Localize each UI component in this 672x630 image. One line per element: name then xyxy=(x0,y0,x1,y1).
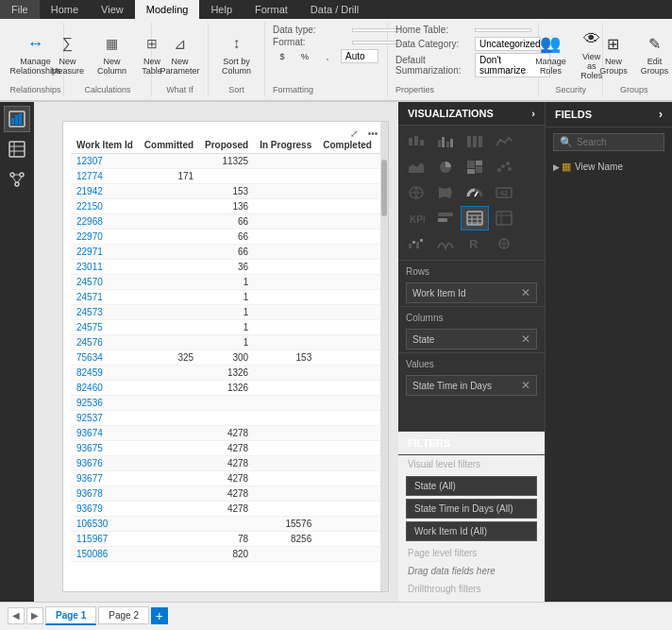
fields-search-input[interactable] xyxy=(577,137,658,147)
percent-button[interactable]: % xyxy=(295,50,314,63)
table-scrollbar[interactable] xyxy=(380,122,388,591)
viz-filled-map-icon[interactable] xyxy=(431,180,460,205)
fields-tree-item-view-name[interactable]: ▶ ▦ View Name xyxy=(546,157,672,177)
table-cell-7-4 xyxy=(317,260,378,275)
viz-table-icon[interactable] xyxy=(461,206,489,230)
comma-button[interactable]: , xyxy=(318,50,337,63)
table-cell-13-0: 75634 xyxy=(71,350,139,366)
viz-stacked-bar-icon[interactable] xyxy=(402,129,430,154)
rows-field-label: Work Item Id xyxy=(412,288,466,298)
viz-scatter-icon[interactable] xyxy=(490,155,518,179)
page-tab-1[interactable]: Page 1 xyxy=(45,606,96,625)
table-cell-12-3 xyxy=(254,335,317,350)
table-cell-20-0: 93676 xyxy=(71,456,139,471)
scrollbar-thumb[interactable] xyxy=(381,160,387,216)
filter-state-time-pill[interactable]: State Time in Days (All) xyxy=(406,499,537,519)
edit-groups-label: EditGroups xyxy=(641,57,669,76)
viz-pie-icon[interactable] xyxy=(431,155,460,179)
svg-line-13 xyxy=(18,177,22,182)
new-groups-button[interactable]: ⊞ NewGroups xyxy=(595,29,632,78)
table-cell-9-2: 1 xyxy=(199,290,254,305)
canvas-area[interactable]: ⤢ ••• Work Item Id Committed Proposed In… xyxy=(34,102,398,602)
table-cell-18-0: 93674 xyxy=(71,426,139,441)
new-column-button[interactable]: ▦ NewColumn xyxy=(92,29,131,78)
model-view-icon[interactable] xyxy=(4,166,30,193)
svg-rect-17 xyxy=(438,140,441,147)
table-row: 1065301557647586 xyxy=(71,517,380,532)
tab-home[interactable]: Home xyxy=(40,0,90,19)
table-cell-26-2: 820 xyxy=(199,547,254,562)
table-cell-23-2: 4278 xyxy=(199,502,254,517)
edit-groups-button[interactable]: ✎ EditGroups xyxy=(636,29,672,78)
viz-area-icon[interactable] xyxy=(402,155,430,179)
table-row: 2297066 xyxy=(71,230,380,245)
filter-state-pill[interactable]: State (All) xyxy=(406,476,537,496)
viz-gauge-icon[interactable] xyxy=(461,180,489,205)
page-tab-next-icon[interactable]: ▶ xyxy=(26,607,43,624)
viz-custom1-icon[interactable] xyxy=(490,231,518,256)
add-page-button[interactable]: + xyxy=(151,607,168,624)
svg-point-32 xyxy=(506,162,510,165)
sort-by-column-button[interactable]: ↕ Sort byColumn xyxy=(217,29,256,78)
table-cell-5-3 xyxy=(254,230,317,245)
viz-clustered-bar-icon[interactable] xyxy=(431,129,460,154)
viz-kpi-icon[interactable]: KPI xyxy=(402,206,430,230)
auto-dropdown[interactable]: Auto xyxy=(341,49,378,63)
fields-search-box[interactable]: 🔍 xyxy=(553,133,664,151)
table-cell-14-2: 1326 xyxy=(199,366,254,381)
drag-drillthrough-label: Drag drillthrough fields here xyxy=(398,598,545,603)
table-cell-2-0: 21942 xyxy=(71,184,139,199)
edit-groups-icon: ✎ xyxy=(643,32,665,55)
tab-file[interactable]: File xyxy=(0,0,40,19)
viz-chevron-icon[interactable]: › xyxy=(531,108,535,119)
table-cell-3-2: 136 xyxy=(199,199,254,214)
svg-rect-52 xyxy=(412,241,415,244)
new-parameter-button[interactable]: ⊿ NewParameter xyxy=(156,29,205,78)
viz-100-bar-icon[interactable] xyxy=(461,129,489,154)
tab-data-drill[interactable]: Data / Drill xyxy=(299,0,370,19)
home-table-dropdown[interactable] xyxy=(475,28,531,32)
viz-slicer-icon[interactable] xyxy=(431,206,460,230)
viz-treemap-icon[interactable] xyxy=(461,155,489,179)
tab-format[interactable]: Format xyxy=(244,0,299,19)
columns-field-remove-icon[interactable]: ✕ xyxy=(521,332,530,346)
viz-waterfall-icon[interactable] xyxy=(402,231,430,256)
viz-map-icon[interactable] xyxy=(402,180,430,205)
table-cell-16-3 xyxy=(254,396,317,411)
viz-card-icon[interactable]: 42 xyxy=(490,180,518,205)
table-row: 22150136 xyxy=(71,199,380,214)
filter-work-item-id-pill[interactable]: Work Item Id (All) xyxy=(406,521,537,541)
tab-help[interactable]: Help xyxy=(199,0,244,19)
table-cell-23-3 xyxy=(254,502,317,517)
viz-matrix-icon[interactable] xyxy=(490,206,518,230)
data-table-container: Work Item Id Committed Proposed In Progr… xyxy=(71,137,380,584)
new-measure-button[interactable]: ∑ NewMeasure xyxy=(46,29,89,78)
svg-line-36 xyxy=(475,192,478,196)
viz-r-icon[interactable]: R xyxy=(461,231,489,256)
table-cell-17-4 xyxy=(317,411,378,426)
svg-rect-29 xyxy=(467,169,475,174)
viz-line-icon[interactable] xyxy=(490,129,518,154)
ribbon: File Home View Modeling Help Format Data… xyxy=(0,0,672,102)
values-field-pill[interactable]: State Time in Days ✕ xyxy=(406,375,537,396)
values-field-remove-icon[interactable]: ✕ xyxy=(521,379,530,392)
tab-view[interactable]: View xyxy=(90,0,135,19)
page-tab-2[interactable]: Page 2 xyxy=(98,606,149,624)
viz-ribbon-icon[interactable] xyxy=(431,231,460,256)
tab-modeling[interactable]: Modeling xyxy=(135,0,200,19)
columns-field-pill[interactable]: State ✕ xyxy=(406,329,537,349)
rows-field-pill[interactable]: Work Item Id ✕ xyxy=(406,282,537,303)
fields-chevron-icon[interactable]: › xyxy=(659,108,663,121)
page-tab-prev-icon[interactable]: ◀ xyxy=(8,607,25,624)
currency-button[interactable]: $ xyxy=(273,50,292,63)
table-cell-19-2: 4278 xyxy=(199,441,254,456)
manage-roles-button[interactable]: 👥 ManageRoles xyxy=(531,29,569,78)
report-view-icon[interactable] xyxy=(4,106,30,132)
rows-field-remove-icon[interactable]: ✕ xyxy=(521,286,530,299)
svg-rect-53 xyxy=(416,242,419,248)
table-cell-17-0: 92537 xyxy=(71,411,139,426)
table-cell-19-1 xyxy=(139,441,199,456)
table-cell-17-1 xyxy=(139,411,199,426)
data-view-icon[interactable] xyxy=(4,136,30,162)
table-cell-24-4 xyxy=(317,517,378,532)
